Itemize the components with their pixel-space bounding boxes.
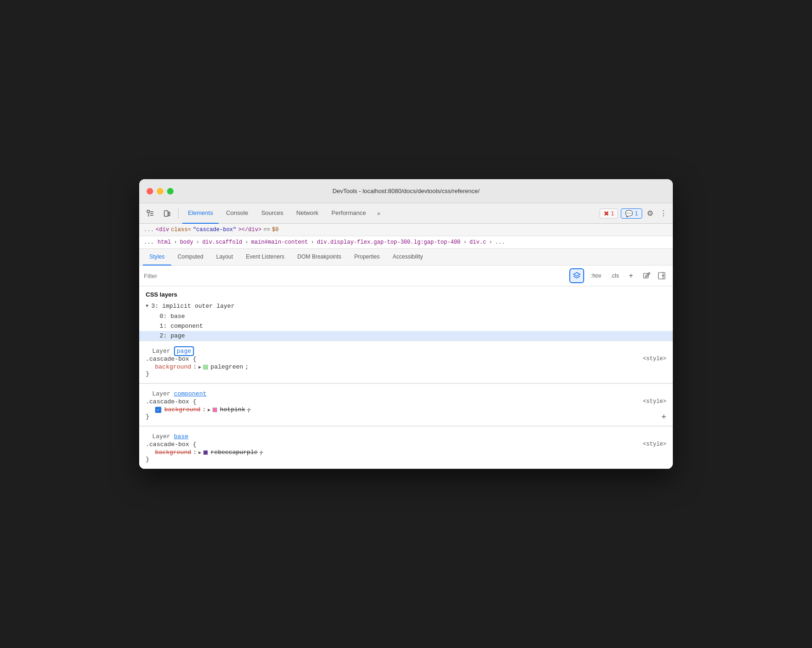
layer-page-child[interactable]: 2: page <box>139 331 673 341</box>
breadcrumb-attr-name: class= <box>171 227 191 233</box>
tab-dom-breakpoints[interactable]: DOM Breakpoints <box>291 249 348 266</box>
rule-base-inner: <style> .cascade-box { background : ▶ re… <box>146 441 666 465</box>
prop-component-bg-name: background <box>164 406 200 413</box>
error-count: 1 <box>611 210 614 217</box>
prop-page-background: background : ▶ palegreen ; <box>146 363 666 370</box>
prop-base-bg-value: rebeccapurple <box>211 449 258 456</box>
layer-page-link[interactable]: page <box>174 346 194 356</box>
prop-component-background: ✓ background : ▶ hotpink ; <box>146 406 666 413</box>
path-scaffold[interactable]: div.scaffold <box>202 239 242 246</box>
layer-component-child[interactable]: 1: component <box>139 321 673 331</box>
devtools-window: DevTools - localhost:8080/docs/devtools/… <box>139 179 673 469</box>
layer-label-1: Layer <box>152 348 174 355</box>
base-style-link[interactable]: <style> <box>643 441 666 447</box>
layer-base-link-line: Layer base <box>146 430 666 441</box>
prop-component-bg-value: hotpink <box>220 406 245 413</box>
filter-input[interactable] <box>144 272 566 279</box>
add-rule-button[interactable]: + <box>661 413 666 421</box>
rule-page-selector: .cascade-box { <box>146 356 666 363</box>
rule-block-page: Layer page <style> .cascade-box { backgr… <box>139 341 673 383</box>
new-style-rule-button[interactable] <box>640 269 653 282</box>
fullscreen-button[interactable] <box>167 188 174 194</box>
layer-component-link[interactable]: component <box>174 390 206 397</box>
prop-base-bg-name: background <box>155 449 191 456</box>
color-swatch-rebeccapurple[interactable] <box>203 450 208 455</box>
tab-sources[interactable]: Sources <box>256 203 289 224</box>
window-title: DevTools - localhost:8080/docs/devtools/… <box>332 188 479 194</box>
expand-arrow-icon: ▼ <box>146 304 148 309</box>
inspect-element-button[interactable] <box>143 206 158 221</box>
prop-component-arrow-icon: ▶ <box>208 407 211 413</box>
prop-page-bg-value: palegreen <box>211 363 243 370</box>
dom-breadcrumb: ... <div class="cascade-box" ></div> == … <box>139 224 673 236</box>
toggle-sidebar-button[interactable] <box>655 269 668 282</box>
layer-implicit-outer-label: 3: implicit outer layer <box>151 303 234 310</box>
toolbar-separator-1 <box>178 208 179 219</box>
info-icon: 💬 <box>625 210 633 217</box>
tab-layout[interactable]: Layout <box>210 249 239 266</box>
cls-button[interactable]: .cls <box>608 272 622 280</box>
breadcrumb-ellipsis: ... <box>144 227 154 233</box>
path-more: ... <box>495 239 505 246</box>
filter-bar: :hov .cls + <box>139 266 673 286</box>
tab-styles[interactable]: Styles <box>143 249 171 266</box>
layers-toggle-button[interactable] <box>569 268 584 283</box>
info-badge[interactable]: 💬 1 <box>621 208 642 219</box>
tab-computed[interactable]: Computed <box>171 249 210 266</box>
bg-checkbox[interactable]: ✓ <box>155 407 161 413</box>
breadcrumb-separator: == <box>264 227 270 233</box>
settings-button[interactable]: ⚙ <box>645 207 655 220</box>
tab-performance[interactable]: Performance <box>326 203 371 224</box>
color-swatch-palegreen[interactable] <box>203 365 208 369</box>
svg-rect-0 <box>147 210 149 213</box>
tab-properties[interactable]: Properties <box>348 249 387 266</box>
rule-page-inner: <style> .cascade-box { background : ▶ pa… <box>146 356 666 379</box>
more-menu-button[interactable]: ⋮ <box>658 207 669 220</box>
layer-base-child[interactable]: 0: base <box>139 311 673 321</box>
rule-component-inner: <style> .cascade-box { ✓ background : ▶ … <box>146 398 666 422</box>
close-button[interactable] <box>147 188 153 194</box>
layer-page-label: 2: page <box>160 332 185 339</box>
breadcrumb-tag-close: ></div> <box>238 227 261 233</box>
tab-console[interactable]: Console <box>220 203 254 224</box>
svg-rect-2 <box>168 212 170 216</box>
breadcrumb-tag-open: <div <box>156 227 169 233</box>
tab-elements[interactable]: Elements <box>182 203 219 224</box>
add-style-button[interactable]: + <box>625 270 637 281</box>
prop-page-bg-name: background <box>155 363 191 370</box>
layer-page-link-line: Layer page <box>146 345 666 356</box>
error-badge[interactable]: ✖ 1 <box>599 208 619 219</box>
devtools-toolbar: Elements Console Sources Network Perform… <box>139 203 673 224</box>
layer-label-3: Layer <box>152 433 174 440</box>
prop-page-arrow-icon: ▶ <box>199 364 201 370</box>
prop-base-arrow-icon: ▶ <box>199 450 201 455</box>
tab-network[interactable]: Network <box>291 203 324 224</box>
path-div-flex[interactable]: div.display-flex.gap-top-300.lg:gap-top-… <box>317 239 461 246</box>
layer-base-label: 0: base <box>160 313 185 320</box>
path-main[interactable]: main#main-content <box>251 239 308 246</box>
svg-rect-1 <box>164 211 168 216</box>
page-style-link[interactable]: <style> <box>643 356 666 362</box>
minimize-button[interactable] <box>157 188 163 194</box>
path-body[interactable]: body <box>180 239 193 246</box>
layer-implicit-outer[interactable]: ▼ 3: implicit outer layer <box>139 301 673 311</box>
color-swatch-hotpink[interactable] <box>213 408 217 412</box>
tab-accessibility[interactable]: Accessibility <box>386 249 429 266</box>
rule-base-close: } <box>146 456 666 465</box>
rule-page-close: } <box>146 370 666 379</box>
tab-event-listeners[interactable]: Event Listeners <box>239 249 291 266</box>
component-style-link[interactable]: <style> <box>643 398 666 405</box>
layer-base-link[interactable]: base <box>174 433 188 440</box>
traffic-lights <box>147 188 174 194</box>
styles-panel-tabs: Styles Computed Layout Event Listeners D… <box>139 249 673 266</box>
prop-base-background: background : ▶ rebeccapurple ; <box>146 449 666 456</box>
info-count: 1 <box>635 210 638 217</box>
hov-button[interactable]: :hov <box>588 272 604 280</box>
path-div-c[interactable]: div.c <box>470 239 486 246</box>
css-layers-heading: CSS layers <box>139 286 673 301</box>
rule-component-selector: .cascade-box { <box>146 398 666 405</box>
svg-rect-4 <box>658 272 665 279</box>
device-toolbar-button[interactable] <box>160 206 174 221</box>
more-tabs-button[interactable]: » <box>374 208 383 219</box>
path-html[interactable]: html <box>158 239 171 246</box>
